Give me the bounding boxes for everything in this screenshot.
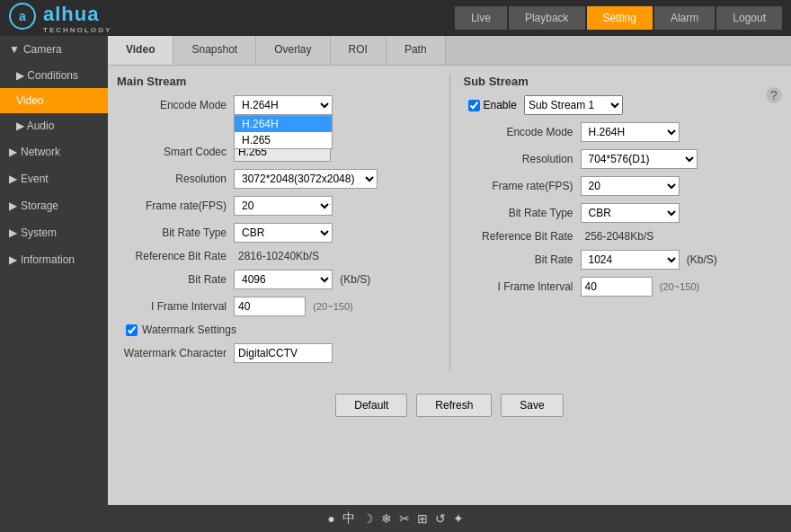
main-stream-panel: Main Stream Encode Mode H.264H H.265 H.2… xyxy=(117,75,436,371)
chevron-right-icon: ▶ xyxy=(9,253,17,266)
sub-frame-rate-row: Frame rate(FPS) 20 xyxy=(464,176,783,196)
sidebar-section-information: ▶ Information xyxy=(0,246,108,273)
sidebar-header-event[interactable]: ▶ Event xyxy=(0,165,108,192)
frame-rate-row: Frame rate(FPS) 20 xyxy=(117,196,436,216)
sub-stream-enable-row: Enable Sub Stream 1 Sub Stream 2 xyxy=(464,95,783,115)
frame-rate-select[interactable]: 20 xyxy=(234,196,333,216)
sub-stream-panel: Sub Stream Enable Sub Stream 1 Sub Strea… xyxy=(464,75,783,371)
nav-tab-setting[interactable]: Setting xyxy=(587,6,653,30)
sub-bit-rate-select[interactable]: 1024 xyxy=(581,250,680,270)
reference-bit-rate-control: 2816-10240Kb/S xyxy=(234,250,436,262)
sidebar-header-information[interactable]: ▶ Information xyxy=(0,246,108,273)
bit-rate-type-row: Bit Rate Type CBR VBR xyxy=(117,223,436,243)
sidebar-header-network[interactable]: ▶ Network xyxy=(0,138,108,165)
sidebar-header-storage[interactable]: ▶ Storage xyxy=(0,192,108,219)
logo-main: alhua xyxy=(43,3,111,26)
sub-frame-rate-select[interactable]: 20 xyxy=(581,176,680,196)
sub-stream-enable-label: Enable xyxy=(484,99,517,111)
panel-divider xyxy=(449,75,450,371)
watermark-checkbox[interactable] xyxy=(126,324,138,336)
nav-tab-alarm[interactable]: Alarm xyxy=(654,6,715,30)
help-icon[interactable]: ? xyxy=(766,87,782,103)
dropdown-option-h264h[interactable]: H.264H xyxy=(235,116,332,132)
sub-i-frame-interval-label: I Frame Interval xyxy=(464,280,581,293)
sidebar-section-camera: ▼ Camera ▶ Conditions Video ▶ Audio xyxy=(0,36,108,138)
sub-reference-bit-rate-row: Reference Bit Rate 256-2048Kb/S xyxy=(464,230,783,243)
save-button[interactable]: Save xyxy=(501,394,563,417)
nav-tabs: Live Playback Setting Alarm Logout xyxy=(455,6,782,30)
sub-bit-rate-type-control: CBR VBR xyxy=(581,203,783,223)
chevron-right-icon: ▶ xyxy=(9,146,17,158)
sidebar-header-camera[interactable]: ▼ Camera xyxy=(0,36,108,63)
sidebar-section-storage: ▶ Storage xyxy=(0,192,108,219)
settings-panel: Main Stream Encode Mode H.264H H.265 H.2… xyxy=(108,66,791,380)
dropdown-option-h265[interactable]: H.265 xyxy=(235,132,332,148)
svg-text:a: a xyxy=(19,9,26,23)
taskbar-icon-refresh[interactable]: ↺ xyxy=(435,511,446,526)
sub-resolution-label: Resolution xyxy=(464,153,581,165)
watermark-character-input[interactable] xyxy=(234,343,333,363)
sidebar-label-storage: Storage xyxy=(21,200,58,212)
sub-encode-mode-select[interactable]: H.264H H.265 xyxy=(581,122,680,142)
taskbar-icon-moon[interactable]: ☽ xyxy=(362,511,374,526)
i-frame-interval-row: I Frame Interval (20~150) xyxy=(117,297,436,316)
sidebar-item-audio[interactable]: ▶ Audio xyxy=(0,113,108,138)
content-area: ? Video Snapshot Overlay ROI Path Main S… xyxy=(108,36,791,532)
sub-tabs: Video Snapshot Overlay ROI Path xyxy=(108,36,791,66)
bit-rate-type-label: Bit Rate Type xyxy=(117,226,234,239)
bit-rate-type-select[interactable]: CBR VBR xyxy=(234,223,333,243)
taskbar-icon-grid[interactable]: ⊞ xyxy=(417,511,428,526)
bit-rate-type-control: CBR VBR xyxy=(234,223,436,243)
chevron-right-icon: ▶ xyxy=(16,69,24,82)
chevron-right-icon: ▶ xyxy=(9,226,17,239)
tab-overlay[interactable]: Overlay xyxy=(256,36,330,65)
sub-bit-rate-type-select[interactable]: CBR VBR xyxy=(581,203,680,223)
bit-rate-unit: (Kb/S) xyxy=(340,273,370,286)
sidebar-item-conditions[interactable]: ▶ Conditions xyxy=(0,63,108,88)
nav-tab-live[interactable]: Live xyxy=(455,6,507,30)
sub-stream-enable-group: Enable Sub Stream 1 Sub Stream 2 xyxy=(468,95,623,115)
frame-rate-label: Frame rate(FPS) xyxy=(117,200,234,212)
logo: a alhua TECHNOLOGY xyxy=(9,3,111,34)
sub-reference-bit-rate-value: 256-2048Kb/S xyxy=(585,230,654,243)
default-button[interactable]: Default xyxy=(335,394,407,417)
bit-rate-select[interactable]: 4096 xyxy=(234,270,333,289)
sub-stream-enable-checkbox[interactable] xyxy=(468,100,480,111)
sub-bit-rate-control: 1024 (Kb/S) xyxy=(581,250,783,270)
sub-bit-rate-unit: (Kb/S) xyxy=(687,253,717,266)
sidebar: ▼ Camera ▶ Conditions Video ▶ Audio ▶ Ne… xyxy=(0,36,108,532)
tab-roi[interactable]: ROI xyxy=(331,36,387,65)
chevron-right-icon: ▶ xyxy=(16,120,24,132)
tab-snapshot[interactable]: Snapshot xyxy=(173,36,256,65)
sub-stream-title: Sub Stream xyxy=(464,75,783,88)
tab-path[interactable]: Path xyxy=(387,36,446,65)
sub-resolution-select[interactable]: 704*576(D1) xyxy=(581,149,698,169)
sidebar-header-system[interactable]: ▶ System xyxy=(0,219,108,246)
frame-rate-control: 20 xyxy=(234,196,436,216)
taskbar-icon-snowflake[interactable]: ❄ xyxy=(381,511,392,526)
sidebar-item-video[interactable]: Video xyxy=(0,88,108,113)
refresh-button[interactable]: Refresh xyxy=(416,394,492,417)
encode-mode-row: Encode Mode H.264H H.265 H.264H H.265 xyxy=(117,95,436,115)
sub-i-frame-interval-input[interactable] xyxy=(581,277,653,297)
resolution-select[interactable]: 3072*2048(3072x2048) xyxy=(234,169,378,189)
tab-video[interactable]: Video xyxy=(108,36,173,65)
sub-bit-rate-label: Bit Rate xyxy=(464,253,581,266)
taskbar-icon-scissors[interactable]: ✂ xyxy=(399,511,410,526)
nav-tab-playback[interactable]: Playback xyxy=(509,6,585,30)
chevron-right-icon: ▶ xyxy=(9,200,17,212)
sub-i-frame-interval-row: I Frame Interval (20~150) xyxy=(464,277,783,297)
sub-bit-rate-row: Bit Rate 1024 (Kb/S) xyxy=(464,250,783,270)
taskbar-icon-circle[interactable]: ● xyxy=(327,511,334,526)
reference-bit-rate-value: 2816-10240Kb/S xyxy=(238,250,319,262)
resolution-control: 3072*2048(3072x2048) xyxy=(234,169,436,189)
i-frame-interval-control: (20~150) xyxy=(234,297,436,316)
taskbar-icon-zh[interactable]: 中 xyxy=(342,510,355,527)
bit-rate-label: Bit Rate xyxy=(117,273,234,286)
encode-mode-select[interactable]: H.264H H.265 xyxy=(234,95,333,115)
reference-bit-rate-row: Reference Bit Rate 2816-10240Kb/S xyxy=(117,250,436,262)
taskbar-icon-star[interactable]: ✦ xyxy=(453,511,464,526)
nav-tab-logout[interactable]: Logout xyxy=(716,6,782,30)
i-frame-interval-input[interactable] xyxy=(234,297,306,316)
sub-stream-select[interactable]: Sub Stream 1 Sub Stream 2 xyxy=(524,95,623,115)
